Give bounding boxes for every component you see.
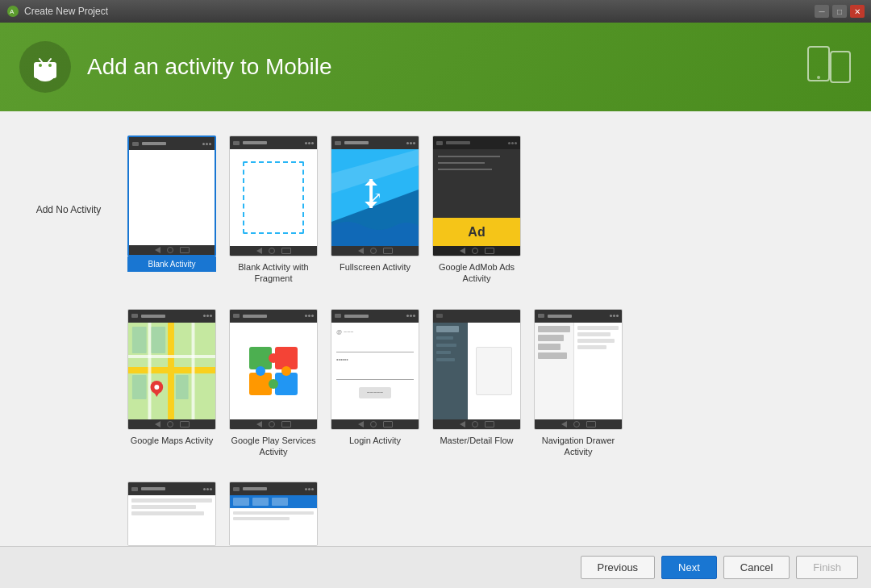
svg-point-32 <box>269 353 278 363</box>
tabbed-preview <box>229 482 318 546</box>
maps-activity-card[interactable]: Google Maps Activity <box>127 309 216 446</box>
svg-rect-9 <box>831 52 850 82</box>
row3-spacer <box>16 473 121 546</box>
activity-card-masterdetail[interactable]: Master/Detail Flow <box>426 301 527 466</box>
next-button[interactable]: Next <box>661 556 717 579</box>
svg-rect-30 <box>249 373 272 395</box>
gplay-label: Google Play Services Activity <box>229 435 318 458</box>
close-button[interactable]: ✕ <box>850 5 865 18</box>
phone-topbar <box>129 137 215 150</box>
device-icon <box>806 44 852 91</box>
svg-rect-8 <box>808 47 829 81</box>
svg-rect-28 <box>249 347 272 369</box>
phone-dot <box>132 142 139 146</box>
window-controls: ─ □ ✕ <box>815 5 865 18</box>
activity-card-navdrawer[interactable]: Navigation Drawer Activity <box>527 301 629 466</box>
fragment-body <box>230 149 317 246</box>
tabbed-activity-card[interactable]: Tabbed Activity <box>229 482 318 546</box>
navdrawer-body <box>535 323 622 419</box>
svg-rect-17 <box>168 323 174 419</box>
fullscreen-label: Fullscreen Activity <box>331 261 419 273</box>
svg-rect-22 <box>151 327 165 353</box>
login-preview: @ ~~~ •••••• ~~~~~ <box>331 309 419 430</box>
row2-spacer <box>16 301 121 466</box>
activity-card-fullscreen[interactable]: ⤢ Fullscreen Activity <box>324 127 426 293</box>
login-label: Login Activity <box>331 435 419 446</box>
maps-preview <box>127 309 216 430</box>
android-logo <box>19 41 71 93</box>
admob-banner: Ad <box>433 218 520 246</box>
masterdetail-preview <box>432 309 521 430</box>
admob-activity-card[interactable]: Ad Google AdMob Ads Activity <box>432 136 521 285</box>
activity-card-maps[interactable]: Google Maps Activity <box>121 301 223 466</box>
svg-point-34 <box>269 379 278 389</box>
fragment-dashed-box <box>243 161 304 234</box>
maps-body <box>128 323 215 419</box>
fragment-activity-card[interactable]: Blank Activity with Fragment <box>229 136 318 285</box>
main-content: Add No Activity <box>0 111 871 588</box>
gplay-body <box>230 323 317 419</box>
admob-label: Google AdMob Ads Activity <box>432 261 521 285</box>
fragment-label: Blank Activity with Fragment <box>229 261 318 285</box>
fullscreen-expand-icon: ⤢ <box>369 188 382 207</box>
fullscreen-activity-card[interactable]: ⤢ Fullscreen Activity <box>331 136 419 273</box>
masterdetail-label: Master/Detail Flow <box>432 435 521 446</box>
finish-button[interactable]: Finish <box>796 556 858 579</box>
activity-card-gplay[interactable]: Google Play Services Activity <box>223 301 324 466</box>
login-btn-mock: ~~~~~ <box>359 387 391 398</box>
masterdetail-activity-card[interactable]: Master/Detail Flow <box>432 309 521 446</box>
activity-card-login[interactable]: @ ~~~ •••••• ~~~~~ Login Activity <box>324 301 426 466</box>
scrollist-preview <box>127 482 216 546</box>
activity-card-blank[interactable]: Blank Activity <box>121 127 223 293</box>
tab-bar <box>230 495 317 508</box>
masterdetail-body <box>433 323 520 419</box>
svg-rect-18 <box>128 355 215 358</box>
gplay-activity-card[interactable]: Google Play Services Activity <box>229 309 318 458</box>
dialog-header: Add an activity to Mobile <box>0 23 871 111</box>
previous-button[interactable]: Previous <box>581 556 656 579</box>
svg-point-27 <box>154 385 159 390</box>
svg-point-33 <box>281 366 291 376</box>
activity-card-scrollist[interactable]: Scrolling Activity <box>121 473 223 546</box>
svg-rect-19 <box>148 323 152 419</box>
maps-label: Google Maps Activity <box>127 435 216 446</box>
dialog-footer: Previous Next Cancel Finish <box>0 546 871 588</box>
maps-svg <box>128 323 215 419</box>
activity-card-tabbed[interactable]: Tabbed Activity <box>223 473 324 546</box>
blank-label-bar: Blank Activity <box>127 256 216 272</box>
puzzle-icon <box>245 343 302 399</box>
navdrawer-activity-card[interactable]: Navigation Drawer Activity <box>534 309 623 458</box>
svg-point-35 <box>256 366 265 376</box>
blank-body <box>129 150 215 245</box>
blank-activity-card[interactable]: Blank Activity <box>127 136 216 272</box>
scrollist-body <box>128 495 215 545</box>
svg-rect-21 <box>132 327 147 353</box>
app-icon: A <box>6 5 19 18</box>
fullscreen-body: ⤢ <box>331 149 419 246</box>
navdrawer-label: Navigation Drawer Activity <box>534 435 623 458</box>
svg-rect-29 <box>275 347 298 369</box>
svg-rect-23 <box>132 375 147 399</box>
scroll-area[interactable]: Add No Activity <box>0 111 871 546</box>
blank-preview <box>127 136 216 256</box>
gplay-preview <box>229 309 318 430</box>
add-no-activity-label: Add No Activity <box>36 204 102 215</box>
phone-bottombar <box>129 245 215 255</box>
login-activity-card[interactable]: @ ~~~ •••••• ~~~~~ Login Activity <box>331 309 419 446</box>
cancel-button[interactable]: Cancel <box>723 556 790 579</box>
navdrawer-preview <box>534 309 623 430</box>
svg-rect-31 <box>275 373 298 395</box>
login-body: @ ~~~ •••••• ~~~~~ <box>331 323 419 419</box>
scrollist-activity-card[interactable]: Scrolling Activity <box>127 482 216 546</box>
maximize-button[interactable]: □ <box>832 5 847 18</box>
header-title: Add an activity to Mobile <box>87 54 332 80</box>
svg-point-5 <box>48 64 52 67</box>
minimize-button[interactable]: ─ <box>815 5 829 18</box>
svg-rect-3 <box>34 62 56 78</box>
admob-body: Ad <box>433 149 520 246</box>
activity-card-admob[interactable]: Ad Google AdMob Ads Activity <box>426 127 527 293</box>
fragment-preview <box>229 136 318 256</box>
svg-point-10 <box>817 76 820 79</box>
activity-card-fragment[interactable]: Blank Activity with Fragment <box>223 127 324 293</box>
add-no-activity-cell[interactable]: Add No Activity <box>16 127 121 293</box>
